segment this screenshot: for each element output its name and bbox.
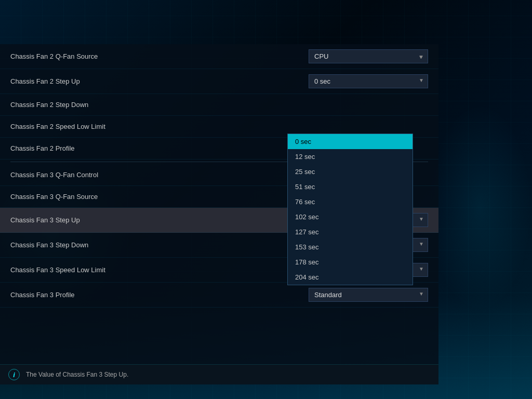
- label-chassis-fan3-profile: Chassis Fan 3 Profile: [10, 291, 309, 299]
- info-icon: i: [8, 369, 20, 380]
- info-bar: i The Value of Chassis Fan 3 Step Up.: [0, 364, 438, 384]
- control-chassis-fan3-profile: Standard ▼: [309, 288, 428, 302]
- label-chassis-fan3-step-down: Chassis Fan 3 Step Down: [10, 241, 309, 249]
- dropdown-option-12sec[interactable]: 12 sec: [288, 149, 413, 164]
- dropdown-chassis-fan2-step-up[interactable]: 0 sec: [309, 74, 428, 88]
- settings-list: Chassis Fan 2 Q-Fan Source CPU ▼ Chassis…: [0, 44, 438, 308]
- dropdown-menu-step-up: 0 sec 12 sec 25 sec 51 sec 76 sec 102 se…: [287, 134, 413, 285]
- label-chassis-fan3-speed-low: Chassis Fan 3 Speed Low Limit: [10, 266, 309, 274]
- label-chassis-fan2-step-up: Chassis Fan 2 Step Up: [10, 77, 309, 85]
- dropdown-option-76sec[interactable]: 76 sec: [288, 194, 413, 209]
- dropdown-option-0sec[interactable]: 0 sec: [288, 134, 413, 149]
- dropdown-option-127sec[interactable]: 127 sec: [288, 224, 413, 240]
- dropdown-chassis-fan2-source[interactable]: CPU: [309, 49, 428, 63]
- dropdown-option-204sec[interactable]: 204 sec: [288, 270, 413, 285]
- row-chassis-fan2-step-up: Chassis Fan 2 Step Up 0 sec ▼: [0, 69, 438, 94]
- main-panel: Chassis Fan 2 Q-Fan Source CPU ▼ Chassis…: [0, 44, 438, 384]
- row-chassis-fan2-step-down: Chassis Fan 2 Step Down: [0, 94, 438, 116]
- label-chassis-fan2-source: Chassis Fan 2 Q-Fan Source: [10, 52, 309, 60]
- control-chassis-fan2-step-up: 0 sec ▼: [309, 74, 428, 88]
- dropdown-option-178sec[interactable]: 178 sec: [288, 255, 413, 270]
- dropdown-option-51sec[interactable]: 51 sec: [288, 179, 413, 194]
- label-chassis-fan3-step-up: Chassis Fan 3 Step Up: [10, 216, 309, 224]
- control-chassis-fan2-source: CPU ▼: [309, 49, 428, 63]
- dropdown-option-153sec[interactable]: 153 sec: [288, 240, 413, 255]
- row-chassis-fan3-profile: Chassis Fan 3 Profile Standard ▼: [0, 283, 438, 308]
- label-chassis-fan2-step-down: Chassis Fan 2 Step Down: [10, 101, 428, 109]
- dropdown-chassis-fan3-profile[interactable]: Standard: [309, 288, 428, 302]
- label-chassis-fan2-speed-low: Chassis Fan 2 Speed Low Limit: [10, 123, 428, 130]
- row-chassis-fan2-source: Chassis Fan 2 Q-Fan Source CPU ▼: [0, 44, 438, 69]
- info-text: The Value of Chassis Fan 3 Step Up.: [26, 371, 128, 378]
- dropdown-option-102sec[interactable]: 102 sec: [288, 209, 413, 224]
- dropdown-option-25sec[interactable]: 25 sec: [288, 164, 413, 179]
